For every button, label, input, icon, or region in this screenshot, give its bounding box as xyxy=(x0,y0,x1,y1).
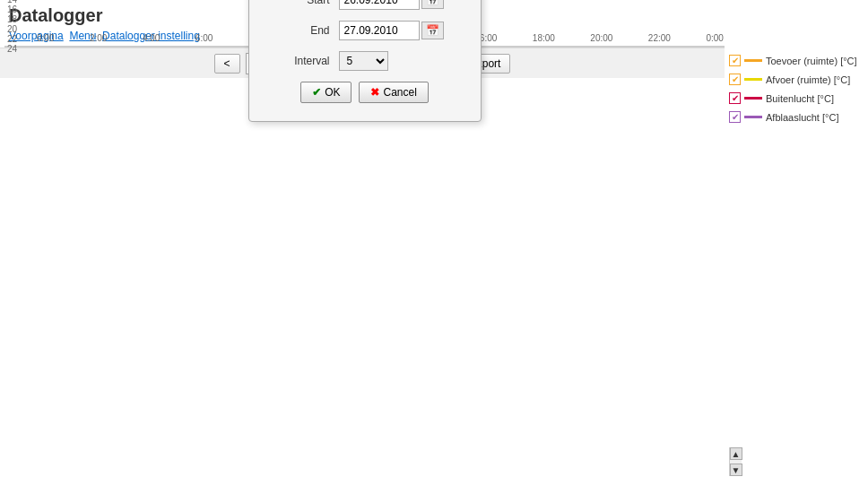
legend-checkbox-afvoer[interactable]: ✔ xyxy=(729,74,741,85)
legend-item-afvoer: ✔ Afvoer (ruimte) [°C] xyxy=(729,74,864,85)
legend-label-buitenlucht: Buitenlucht [°C] xyxy=(766,93,834,104)
legend-color-afvoer xyxy=(744,78,762,81)
legend-checkbox-buitenlucht[interactable]: ✔ xyxy=(729,92,741,104)
start-date-input[interactable] xyxy=(339,0,420,10)
start-label: Start xyxy=(276,0,330,6)
legend-checkbox-afblaaslucht[interactable]: ✔ xyxy=(729,111,741,123)
end-label: End xyxy=(276,24,330,37)
start-calendar-button[interactable]: 📅 xyxy=(421,0,444,9)
legend-color-toevoer xyxy=(744,59,762,62)
interval-label: Interval xyxy=(276,55,330,67)
interval-select[interactable]: 5 10 15 30 60 xyxy=(339,51,388,71)
scrollbar-right[interactable]: ▲ ▼ xyxy=(729,447,742,476)
end-date-input[interactable] xyxy=(339,21,420,40)
chart-area: 24 22 20 18 16 14 12 10 8 6 4 2 0 xyxy=(4,46,725,48)
y-axis: 24 22 20 18 16 14 12 10 8 6 4 2 0 xyxy=(5,47,37,72)
legend-color-buitenlucht xyxy=(744,97,762,100)
legend-label-toevoer: Toevoer (ruimte) [°C] xyxy=(766,56,857,66)
legend-label-afblaaslucht: Afblaaslucht [°C] xyxy=(766,112,838,123)
end-calendar-button[interactable]: 📅 xyxy=(421,22,444,39)
legend: ✔ Toevoer (ruimte) [°C] ✔ Afvoer (ruimte… xyxy=(725,46,868,485)
x-icon: ✖ xyxy=(370,86,379,99)
legend-label-afvoer: Afvoer (ruimte) [°C] xyxy=(766,74,850,85)
legend-item-buitenlucht: ✔ Buitenlucht [°C] xyxy=(729,92,864,104)
modal-dialog: Start 📅 End 📅 Interval 5 xyxy=(248,0,482,122)
legend-color-afblaaslucht xyxy=(744,116,762,118)
ok-button[interactable]: ✔ OK xyxy=(300,82,352,103)
prev-button[interactable]: < xyxy=(214,54,240,74)
legend-checkbox-toevoer[interactable]: ✔ xyxy=(729,55,741,66)
scroll-down-arrow[interactable]: ▼ xyxy=(730,464,742,476)
checkmark-icon: ✔ xyxy=(312,86,321,99)
cancel-button[interactable]: ✖ Cancel xyxy=(359,82,428,103)
legend-item-toevoer: ✔ Toevoer (ruimte) [°C] xyxy=(729,55,864,66)
legend-item-afblaaslucht: ✔ Afblaaslucht [°C] xyxy=(729,111,864,123)
scroll-up-arrow[interactable]: ▲ xyxy=(730,447,742,460)
